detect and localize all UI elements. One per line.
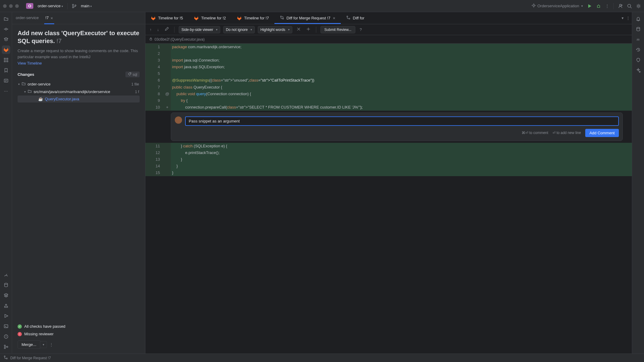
git-icon[interactable] — [2, 343, 10, 351]
comment-panel: ⌘⏎ to comment ⏎ to add new line Add Comm… — [171, 112, 623, 141]
history-icon[interactable] — [634, 45, 642, 54]
next-diff-icon[interactable]: ↓ — [156, 27, 161, 32]
svg-point-4 — [597, 5, 600, 8]
code-line[interactable]: 15} — [145, 169, 632, 176]
tab-project[interactable]: order-service — [16, 15, 39, 21]
svg-point-3 — [533, 5, 535, 6]
tab-timeline-5[interactable]: Timeline for !5 — [145, 12, 188, 24]
svg-point-7 — [638, 5, 639, 7]
terminal-icon[interactable] — [2, 322, 10, 330]
tab-diff-more[interactable]: Diff for — [341, 12, 370, 24]
project-badge: O — [26, 3, 33, 9]
tab-mr[interactable]: !7 × — [44, 12, 54, 24]
merge-button[interactable]: Merge...▾ — [18, 340, 47, 349]
code-line[interactable]: 2 — [145, 50, 632, 57]
code-line[interactable]: 10+ connection.prepareCall(class="str">"… — [145, 104, 632, 111]
search-icon[interactable] — [627, 4, 632, 8]
code-line[interactable]: 11 } catch (SQLException e) { — [145, 143, 632, 149]
learn-icon[interactable] — [2, 35, 10, 44]
services-icon[interactable] — [2, 312, 10, 320]
svg-point-22 — [282, 18, 284, 19]
left-toolstrip: ⋯ — [0, 12, 12, 354]
view-timeline-link[interactable]: View Timeline — [18, 61, 140, 65]
database-icon[interactable] — [2, 281, 10, 289]
code-line[interactable]: 5 — [145, 70, 632, 77]
commit-icon[interactable] — [2, 25, 10, 33]
mr-description: Create a merge request to show leaving c… — [18, 48, 140, 60]
code-line[interactable]: 6@SuppressWarnings({class="str">"unused"… — [145, 77, 632, 84]
run-config[interactable]: OrderserviceApplication▾ — [531, 3, 583, 9]
code-line[interactable]: 4import java.sql.SQLException; — [145, 64, 632, 70]
settings-icon[interactable] — [636, 4, 641, 8]
viewer-select[interactable]: Side-by-side viewer▾ — [179, 26, 220, 33]
diff-settings-icon[interactable] — [305, 27, 312, 32]
code-line[interactable]: 1package com.maritvandijk.orderservice; — [145, 44, 632, 50]
tab-timeline-7[interactable]: Timeline for !7 — [231, 12, 274, 24]
code-line[interactable]: 8@ public void query(Connection connecti… — [145, 91, 632, 97]
maven-icon[interactable]: m — [634, 35, 642, 44]
gitlab-icon[interactable] — [2, 45, 10, 54]
more-tools-icon[interactable]: ⋯ — [2, 87, 10, 95]
window-controls[interactable] — [3, 4, 19, 8]
more-icon[interactable]: ⋮ — [605, 4, 609, 8]
debug-icon[interactable] — [596, 4, 601, 8]
close-icon[interactable]: × — [333, 16, 335, 21]
dashboard-icon[interactable] — [2, 270, 10, 279]
branch-name[interactable]: main▾ — [81, 4, 92, 8]
statusbar: Diff for Merge Request !7 — [0, 354, 644, 362]
tree-root[interactable]: ▾ order-service 1 file — [18, 80, 140, 88]
layers-icon[interactable] — [2, 291, 10, 300]
svg-point-5 — [619, 4, 621, 6]
project-name[interactable]: order-service▾ — [38, 4, 63, 8]
prev-diff-icon[interactable]: ↑ — [148, 27, 153, 32]
merge-icon — [4, 355, 8, 360]
comment-input[interactable] — [185, 116, 619, 126]
structure-icon[interactable] — [2, 56, 10, 64]
svg-rect-11 — [4, 61, 5, 62]
add-comment-button[interactable]: Add Comment — [585, 129, 619, 137]
problems-icon[interactable] — [2, 332, 10, 341]
tab-timeline-2[interactable]: Timeline for !2 — [188, 12, 231, 24]
code-line[interactable]: 7public class QueryExecutor { — [145, 84, 632, 91]
bookmark-icon[interactable] — [2, 66, 10, 75]
ignore-select[interactable]: Do not ignore▾ — [223, 26, 255, 33]
merge-more-icon[interactable]: ⋮ — [49, 342, 53, 347]
tabs-more-icon[interactable]: ⋮ — [626, 16, 630, 20]
svg-point-17 — [4, 345, 5, 346]
run-icon[interactable] — [587, 4, 592, 8]
database-right-icon[interactable] — [634, 25, 642, 33]
close-icon[interactable]: × — [51, 16, 53, 21]
build-icon[interactable] — [2, 301, 10, 310]
titlebar: O order-service▾ main▾ OrderserviceAppli… — [0, 0, 644, 12]
code-line[interactable]: 13 } — [145, 156, 632, 163]
code-line[interactable]: 3import java.sql.Connection; — [145, 57, 632, 64]
collab-icon[interactable] — [618, 4, 623, 8]
coverage-icon[interactable] — [634, 56, 642, 64]
edit-icon[interactable] — [163, 27, 170, 32]
submit-review-button[interactable]: Submit Review... — [320, 26, 355, 33]
notifications-icon[interactable] — [634, 15, 642, 23]
tree-file[interactable]: ☕ QueryExecutor.java — [18, 96, 140, 102]
pull-request-icon[interactable] — [2, 76, 10, 85]
tree-path[interactable]: ▾ src/main/java/com/maritvandijk/orderse… — [18, 88, 140, 96]
tag-chip[interactable]: sql — [125, 72, 140, 77]
svg-point-20 — [130, 73, 131, 74]
newline-hint: ⏎ to add new line — [553, 130, 581, 136]
folder-icon[interactable] — [2, 15, 10, 23]
svg-rect-26 — [150, 39, 152, 40]
svg-point-1 — [72, 7, 74, 8]
code-line[interactable]: 12 e.printStackTrace(); — [145, 149, 632, 156]
lock-icon — [149, 37, 153, 42]
tabs-dropdown-icon[interactable]: ▾ — [619, 16, 626, 20]
code-line[interactable]: 9 try { — [145, 97, 632, 104]
tab-diff-7[interactable]: Diff for Merge Request !7 × — [274, 12, 341, 24]
help-icon[interactable]: ? — [358, 27, 363, 32]
highlight-select[interactable]: Highlight words▾ — [258, 26, 292, 33]
ai-icon[interactable] — [634, 66, 642, 75]
svg-rect-15 — [4, 325, 8, 328]
code-line[interactable]: 14 } — [145, 163, 632, 169]
changes-heading: Changes — [18, 72, 34, 77]
diff-viewer[interactable]: 1package com.maritvandijk.orderservice;2… — [145, 44, 632, 354]
check-ok-icon: ✓ — [18, 324, 22, 329]
collapse-icon[interactable] — [295, 27, 302, 32]
